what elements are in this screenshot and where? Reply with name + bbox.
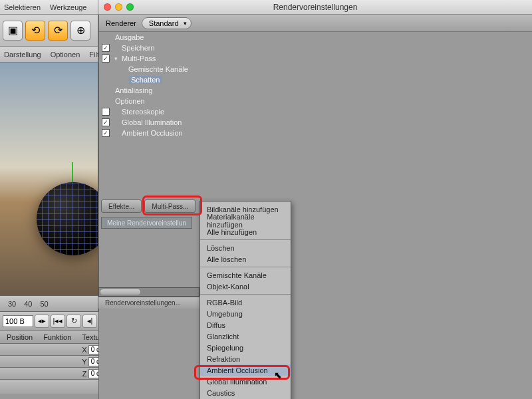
window-titlebar: Rendervoreinstellungen — [98, 0, 532, 15]
separator — [200, 239, 291, 240]
sphere-object[interactable] — [37, 182, 98, 255]
renderer-select[interactable]: Standard — [142, 17, 192, 29]
ctx-rgba[interactable]: RGBA-Bild — [200, 297, 291, 308]
tree-ausgabe[interactable]: Ausgabe — [99, 32, 200, 43]
checkbox-icon[interactable] — [102, 108, 110, 116]
tick-30: 30 — [8, 300, 16, 308]
ctx-materialkanaele[interactable]: Materialkanäle hinzufügen — [200, 215, 291, 226]
settings-name-field[interactable]: Meine Rendervoreinstellun — [101, 217, 192, 229]
tree-toggle-icon[interactable]: ▾ — [112, 55, 119, 62]
ctx-gemischte[interactable]: Gemischte Kanäle — [200, 269, 291, 281]
tab-darstellung[interactable]: Darstellung — [4, 51, 41, 59]
renderer-label: Renderer — [106, 19, 136, 27]
frames-field[interactable] — [3, 315, 33, 327]
label-x: X — [80, 346, 88, 354]
tree-optionen[interactable]: Optionen — [99, 96, 200, 106]
checkbox-icon[interactable]: ✓ — [102, 118, 110, 126]
tab-filter[interactable]: Filt — [89, 51, 99, 59]
renderer-row: Renderer Standard — [99, 15, 532, 32]
label-y: Y — [80, 358, 88, 366]
checkbox-icon[interactable]: ✓ — [102, 129, 110, 137]
multipass-button[interactable]: Multi-Pass... — [144, 200, 196, 213]
timeline[interactable]: 30 40 50 — [0, 295, 98, 311]
ctx-refraktion[interactable]: Refraktion — [200, 353, 291, 364]
ctx-caustics[interactable]: Caustics — [200, 387, 291, 398]
checkbox-icon[interactable]: ✓ — [102, 44, 110, 52]
ctx-diffus[interactable]: Diffus — [200, 319, 291, 331]
ctx-umgebung[interactable]: Umgebung — [200, 308, 291, 319]
panel-buttons: Effekte... Multi-Pass... — [101, 200, 196, 213]
tree-gemischte[interactable]: Gemischte Kanäle — [99, 64, 200, 74]
label-z: Z — [80, 370, 88, 378]
viewport[interactable] — [0, 63, 98, 295]
effekte-button[interactable]: Effekte... — [101, 200, 142, 213]
goto-start-button[interactable]: |◂◂ — [51, 315, 65, 328]
app-menubar: Selektieren Werkzeuge — [0, 0, 98, 15]
ctx-loeschen[interactable]: Löschen — [200, 242, 291, 253]
prev-frame-button[interactable]: ◂| — [82, 315, 97, 328]
window-title: Rendervoreinstellungen — [98, 3, 532, 12]
tree-multipass[interactable]: ✓▾Multi-Pass — [99, 53, 200, 64]
ctx-global-illumination[interactable]: Global Illumination — [200, 376, 291, 387]
viewport-tabbar: Darstellung Optionen Filt — [0, 47, 98, 63]
separator — [200, 294, 291, 295]
saved-settings-row[interactable]: Rendervoreinstellungen... — [98, 297, 200, 309]
tree-schatten[interactable]: Schatten — [99, 74, 200, 85]
ctx-ambient-occlusion[interactable]: Ambient Occlusion — [200, 364, 291, 376]
tab-position[interactable]: Position — [7, 333, 33, 341]
multipass-context-menu: Bildkanäle hinzufügen Materialkanäle hin… — [200, 201, 291, 399]
tick-50: 50 — [41, 300, 49, 308]
tick-40: 40 — [24, 300, 32, 308]
tool-target[interactable]: ⊕ — [70, 21, 90, 41]
settings-tree: Ausgabe ✓Speichern ✓▾Multi-Pass Gemischt… — [99, 32, 200, 138]
horizontal-scrollbar[interactable] — [98, 287, 200, 297]
toolbar: ▣ ⟲ ⟳ ⊕ — [0, 15, 98, 47]
tool-refresh[interactable]: ⟲ — [25, 21, 45, 41]
tree-antialiasing[interactable]: Antialiasing — [99, 85, 200, 96]
tree-speichern[interactable]: ✓Speichern — [99, 43, 200, 53]
tool-refresh-2[interactable]: ⟳ — [48, 21, 68, 41]
menu-selektieren[interactable]: Selektieren — [4, 3, 41, 11]
ctx-spiegelung[interactable]: Spiegelung — [200, 342, 291, 353]
stepper-icon[interactable]: ◂▸ — [35, 315, 49, 328]
menu-werkzeuge[interactable]: Werkzeuge — [50, 3, 86, 11]
ctx-glanzlicht[interactable]: Glanzlicht — [200, 331, 291, 342]
separator — [200, 267, 291, 267]
tree-stereoskopie[interactable]: Stereoskopie — [99, 106, 200, 117]
tab-optionen[interactable]: Optionen — [51, 51, 80, 59]
tree-gi[interactable]: ✓Global Illumination — [99, 117, 200, 128]
tab-funktion[interactable]: Funktion — [43, 333, 71, 341]
tool-live-select[interactable]: ▣ — [3, 21, 23, 41]
ctx-alle-loeschen[interactable]: Alle löschen — [200, 253, 291, 265]
tree-ao[interactable]: ✓Ambient Occlusion — [99, 128, 200, 138]
loop-button[interactable]: ↻ — [66, 315, 81, 328]
ctx-objektkanal[interactable]: Objekt-Kanal — [200, 281, 291, 292]
checkbox-icon[interactable]: ✓ — [102, 55, 110, 63]
